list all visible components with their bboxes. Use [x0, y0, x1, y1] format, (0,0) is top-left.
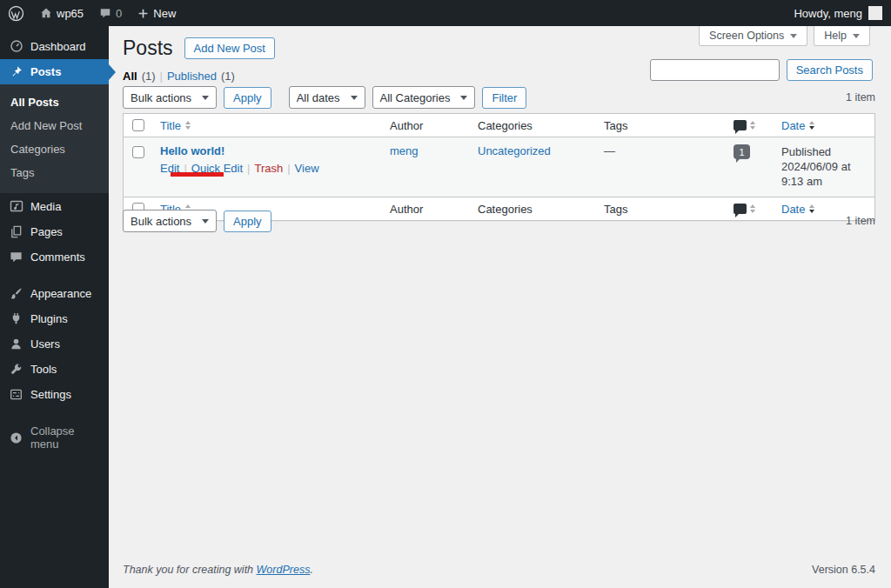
sidebar-separator	[0, 270, 109, 281]
admin-bar-left: wp65 0 New	[0, 0, 184, 26]
screen-options-button[interactable]: Screen Options	[699, 26, 807, 46]
tablenav-top: Bulk actions Apply All dates All Categor…	[123, 85, 875, 110]
post-date: 2024/06/09 at 9:13 am	[781, 159, 867, 189]
collapse-arrow-icon	[9, 431, 23, 444]
sidebar-item-tools[interactable]: Tools	[0, 357, 109, 382]
views-separator: |	[160, 70, 163, 83]
comment-count-badge[interactable]: 1	[734, 144, 750, 159]
paintbrush-icon	[9, 287, 23, 300]
post-title-link[interactable]: Hello world!	[160, 144, 224, 157]
sidebar-item-users[interactable]: Users	[0, 331, 109, 357]
submenu-item-categories[interactable]: Categories	[0, 137, 109, 161]
post-status: Published	[781, 144, 867, 159]
sidebar-item-pages[interactable]: Pages	[0, 219, 109, 244]
screen-meta-links: Screen Options Help	[699, 26, 870, 46]
sort-by-title[interactable]: Title	[160, 119, 191, 132]
all-dates-select[interactable]: All dates	[289, 86, 365, 109]
sidebar-separator	[0, 407, 109, 418]
new-label: New	[153, 7, 176, 20]
item-count: 1 item	[846, 215, 875, 227]
page-title: Posts	[123, 37, 173, 60]
sort-indicator-icon	[809, 121, 814, 130]
howdy-account-menu[interactable]: Howdy, meng	[794, 7, 862, 20]
admin-bar: wp65 0 New Howdy, meng	[0, 0, 891, 26]
sidebar-item-plugins[interactable]: Plugins	[0, 306, 109, 331]
sidebar-item-collapse-menu[interactable]: Collapse menu	[0, 418, 109, 457]
plugin-icon	[9, 312, 23, 325]
admin-bar-comments[interactable]: 0	[91, 0, 130, 26]
submenu-item-all-posts[interactable]: All Posts	[0, 90, 109, 114]
admin-footer: Thank you for creating with WordPress. V…	[123, 564, 875, 576]
submenu-item-add-new-post[interactable]: Add New Post	[0, 114, 109, 137]
comment-bubble-icon	[99, 7, 111, 19]
admin-bar-right: Howdy, meng	[794, 0, 891, 26]
date-cell: Published 2024/06/09 at 9:13 am	[774, 144, 874, 189]
post-row: Hello world! Edit | Quick Edit | Trash |…	[124, 137, 874, 197]
row-checkbox[interactable]	[132, 146, 144, 158]
submenu-item-tags[interactable]: Tags	[0, 161, 109, 184]
trash-link[interactable]: Trash	[254, 162, 283, 175]
add-new-post-button[interactable]: Add New Post	[184, 37, 275, 59]
search-input[interactable]	[650, 59, 780, 81]
chevron-down-icon	[853, 34, 860, 38]
categories-column-header: Categories	[470, 119, 596, 132]
apply-button[interactable]: Apply	[224, 210, 271, 232]
view-all-count: (1)	[142, 70, 156, 83]
footer-thanks-text: Thank you for creating with WordPress.	[123, 564, 313, 576]
sidebar-item-posts[interactable]: Posts	[0, 59, 109, 84]
bulk-actions-select[interactable]: Bulk actions	[123, 86, 217, 109]
view-all-link[interactable]: All	[123, 70, 137, 83]
select-all-checkbox[interactable]	[132, 119, 144, 131]
main-content: Screen Options Help Posts Add New Post S…	[109, 26, 891, 588]
tablenav-bottom: Bulk actions Apply 1 item	[123, 209, 875, 233]
sidebar-item-dashboard[interactable]: Dashboard	[0, 33, 109, 59]
sidebar-item-media[interactable]: Media	[0, 193, 109, 219]
sidebar-item-appearance[interactable]: Appearance	[0, 281, 109, 306]
site-name: wp65	[57, 7, 84, 20]
author-column-header: Author	[382, 119, 470, 132]
tags-column-header: Tags	[596, 119, 726, 132]
views-filter-links: All (1) | Published (1)	[123, 70, 235, 83]
comments-icon	[9, 251, 23, 264]
user-icon	[9, 337, 23, 351]
comment-bubble-icon	[734, 120, 747, 130]
filter-button[interactable]: Filter	[482, 87, 526, 109]
admin-bar-comment-count: 0	[116, 7, 122, 20]
pushpin-icon	[9, 65, 23, 78]
view-link[interactable]: View	[295, 162, 319, 175]
wrench-icon	[9, 363, 23, 376]
plus-icon	[137, 8, 149, 19]
view-published-count: (1)	[221, 70, 235, 83]
view-published-link[interactable]: Published	[167, 70, 217, 83]
site-menu[interactable]: wp65	[32, 0, 91, 26]
page-header: Posts Add New Post	[123, 37, 275, 60]
avatar[interactable]	[868, 6, 882, 20]
home-icon	[40, 7, 52, 19]
help-button[interactable]: Help	[814, 26, 870, 46]
wordpress-link[interactable]: WordPress	[257, 564, 311, 576]
posts-submenu: All Posts Add New Post Categories Tags	[0, 84, 109, 193]
category-link[interactable]: Uncategorized	[478, 144, 551, 157]
media-icon	[9, 199, 23, 213]
dashboard-icon	[9, 39, 23, 53]
posts-table: Title Author Categories Tags Date	[123, 113, 875, 221]
bulk-actions-select[interactable]: Bulk actions	[123, 210, 217, 232]
wordpress-admin-page: wp65 0 New Howdy, meng	[0, 0, 891, 588]
new-content-menu[interactable]: New	[130, 0, 184, 26]
settings-icon	[9, 388, 23, 401]
wordpress-logo-icon[interactable]	[0, 0, 32, 26]
search-posts-button[interactable]: Search Posts	[787, 59, 873, 81]
sidebar-item-comments[interactable]: Comments	[0, 244, 109, 270]
version-text: Version 6.5.4	[812, 564, 875, 576]
sidebar-item-settings[interactable]: Settings	[0, 382, 109, 407]
apply-button[interactable]: Apply	[224, 87, 271, 109]
chevron-down-icon	[790, 34, 797, 38]
all-categories-select[interactable]: All Categories	[372, 86, 476, 109]
tags-value: —	[596, 144, 726, 157]
sort-by-date[interactable]: Date	[781, 119, 814, 132]
annotation-underline	[171, 172, 224, 177]
item-count: 1 item	[846, 91, 875, 104]
sort-indicator-icon	[750, 121, 755, 130]
author-link[interactable]: meng	[390, 144, 419, 157]
comments-column-header[interactable]	[726, 120, 774, 130]
